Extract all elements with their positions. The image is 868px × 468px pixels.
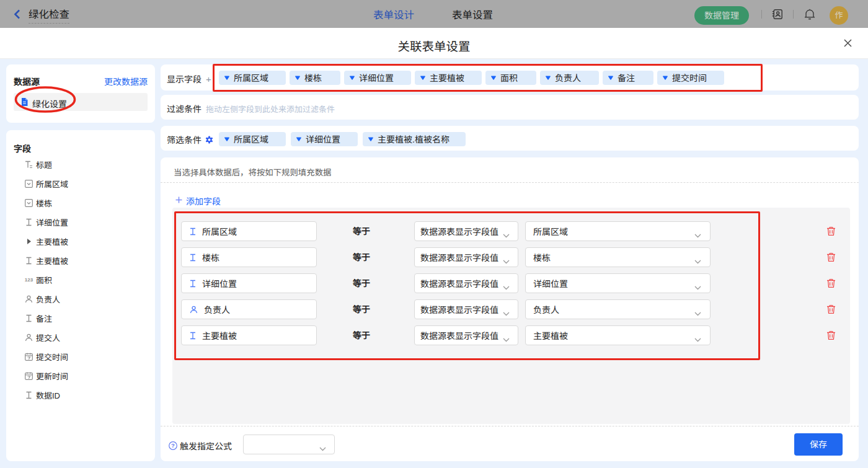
svg-text:?: ? bbox=[171, 442, 175, 449]
